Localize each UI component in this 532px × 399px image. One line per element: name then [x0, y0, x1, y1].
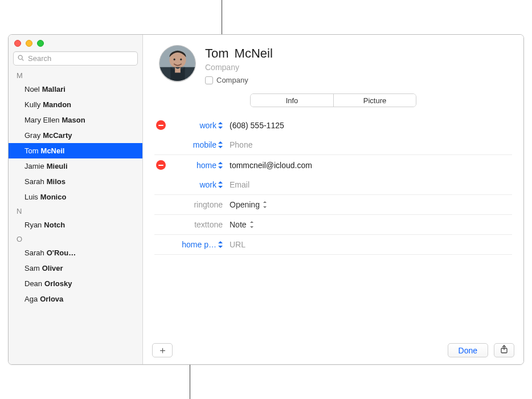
- svg-point-6: [174, 58, 175, 60]
- search-field[interactable]: [13, 51, 138, 66]
- texttone-value: Note: [230, 220, 247, 229]
- list-item-first: Aga: [24, 295, 38, 303]
- ringtone-label: ringtone: [187, 200, 223, 209]
- tab-info[interactable]: Info: [251, 94, 333, 107]
- list-item[interactable]: GrayMcCarty: [9, 128, 142, 143]
- list-item-first: Gray: [24, 131, 40, 140]
- list-item[interactable]: Mary EllenMason: [9, 112, 142, 128]
- list-item-last: Mieuli: [47, 162, 68, 170]
- phone-work-value[interactable]: (608) 555-1125: [230, 121, 512, 130]
- svg-point-7: [180, 58, 182, 60]
- contacts-window: MNoelMallariKullyMandonMary EllenMasonGr…: [8, 34, 524, 365]
- list-item-last: Orlova: [40, 295, 63, 303]
- search-icon: [17, 54, 24, 64]
- phone-mobile-label-select[interactable]: mobile: [187, 140, 223, 149]
- email-work-label-select[interactable]: work: [187, 180, 223, 189]
- updown-icon: [218, 122, 223, 129]
- tab-picture[interactable]: Picture: [333, 94, 416, 107]
- email-home-label: home: [197, 161, 216, 170]
- row-ringtone: ringtone Opening: [154, 195, 512, 215]
- email-work-value[interactable]: Email: [230, 180, 512, 189]
- list-item-first: Sarah: [24, 177, 44, 186]
- url-label-select[interactable]: home p…: [182, 240, 223, 249]
- name-block: Tom McNeil Company Company: [205, 45, 273, 84]
- list-item-last: Mandon: [43, 100, 71, 109]
- list-item-last: Orlosky: [44, 279, 72, 288]
- updown-icon: [218, 181, 223, 188]
- row-phone-mobile: mobile Phone: [154, 135, 512, 155]
- window-controls: [9, 35, 142, 49]
- company-checkbox[interactable]: [205, 76, 213, 84]
- list-item-first: Mary Ellen: [24, 116, 59, 124]
- updown-icon: [218, 162, 223, 169]
- list-item[interactable]: AgaOrlova: [9, 291, 142, 307]
- avatar[interactable]: [159, 45, 196, 82]
- list-item-last: Monico: [40, 193, 67, 201]
- done-button[interactable]: Done: [448, 343, 488, 357]
- card-header: Tom McNeil Company Company: [143, 35, 523, 90]
- list-item[interactable]: SarahMilos: [9, 174, 142, 189]
- plus-icon: ＋: [158, 345, 167, 355]
- phone-mobile-value[interactable]: Phone: [230, 140, 512, 149]
- phone-work-label-select[interactable]: work: [187, 121, 223, 130]
- url-value[interactable]: URL: [230, 240, 512, 249]
- list-item-first: Jamie: [24, 162, 44, 170]
- svg-line-1: [22, 59, 23, 60]
- contact-list[interactable]: MNoelMallariKullyMandonMary EllenMasonGr…: [9, 69, 142, 364]
- email-home-label-select[interactable]: home: [187, 161, 223, 170]
- list-item-first: Kully: [24, 100, 40, 109]
- list-item-last: Mason: [62, 116, 85, 124]
- list-item[interactable]: RyanNotch: [9, 217, 142, 233]
- updown-icon: [250, 221, 255, 228]
- list-item[interactable]: NoelMallari: [9, 82, 142, 97]
- list-item-last: McNeil: [41, 146, 65, 155]
- remove-email-home-button[interactable]: [156, 160, 166, 170]
- svg-point-0: [18, 55, 22, 59]
- callout-line-bottom: [190, 365, 190, 399]
- list-item[interactable]: LuisMonico: [9, 189, 142, 205]
- search-input[interactable]: [28, 54, 134, 63]
- company-field[interactable]: Company: [205, 63, 273, 72]
- section-header: O: [9, 233, 142, 245]
- updown-icon: [263, 201, 268, 208]
- row-email-home: home tommcneil@icloud.com: [154, 155, 512, 175]
- list-item[interactable]: TomMcNeil: [9, 143, 142, 158]
- callout-line-top: [222, 0, 222, 34]
- remove-phone-work-button[interactable]: [156, 120, 166, 130]
- texttone-select[interactable]: Note: [230, 220, 255, 229]
- list-item-first: Sam: [24, 264, 40, 272]
- list-item[interactable]: SamOliver: [9, 260, 142, 276]
- list-item[interactable]: DeanOrlosky: [9, 276, 142, 291]
- email-home-value[interactable]: tommcneil@icloud.com: [230, 161, 512, 170]
- list-item-first: Sarah: [24, 249, 44, 257]
- list-item-last: O'Rou…: [47, 249, 76, 257]
- list-item-last: Notch: [44, 221, 65, 229]
- list-item-first: Luis: [24, 193, 38, 201]
- sidebar: MNoelMallariKullyMandonMary EllenMasonGr…: [9, 35, 143, 364]
- section-header: N: [9, 205, 142, 217]
- row-url: home p… URL: [154, 235, 512, 255]
- first-name-field[interactable]: Tom: [205, 46, 229, 61]
- close-window-button[interactable]: [14, 40, 21, 47]
- list-item[interactable]: SarahO'Rou…: [9, 245, 142, 260]
- card-tabs: Info Picture: [143, 90, 523, 113]
- row-email-work: work Email: [154, 175, 512, 195]
- ringtone-select[interactable]: Opening: [230, 200, 268, 209]
- minimize-window-button[interactable]: [26, 40, 32, 47]
- phone-work-label: work: [199, 121, 216, 130]
- share-button[interactable]: [494, 343, 514, 357]
- company-checkbox-row[interactable]: Company: [205, 76, 273, 84]
- updown-icon: [218, 141, 223, 148]
- last-name-field[interactable]: McNeil: [235, 46, 273, 61]
- list-item[interactable]: KullyMandon: [9, 97, 142, 112]
- add-field-button[interactable]: ＋: [152, 343, 173, 357]
- section-header: M: [9, 69, 142, 82]
- list-item-first: Ryan: [24, 221, 42, 229]
- list-item[interactable]: JamieMieuli: [9, 158, 142, 174]
- email-work-label: work: [199, 180, 216, 189]
- list-item-first: Dean: [24, 279, 42, 288]
- search-container: [9, 49, 142, 69]
- zoom-window-button[interactable]: [37, 40, 44, 47]
- list-item-first: Tom: [24, 146, 39, 155]
- texttone-label: texttone: [187, 220, 223, 229]
